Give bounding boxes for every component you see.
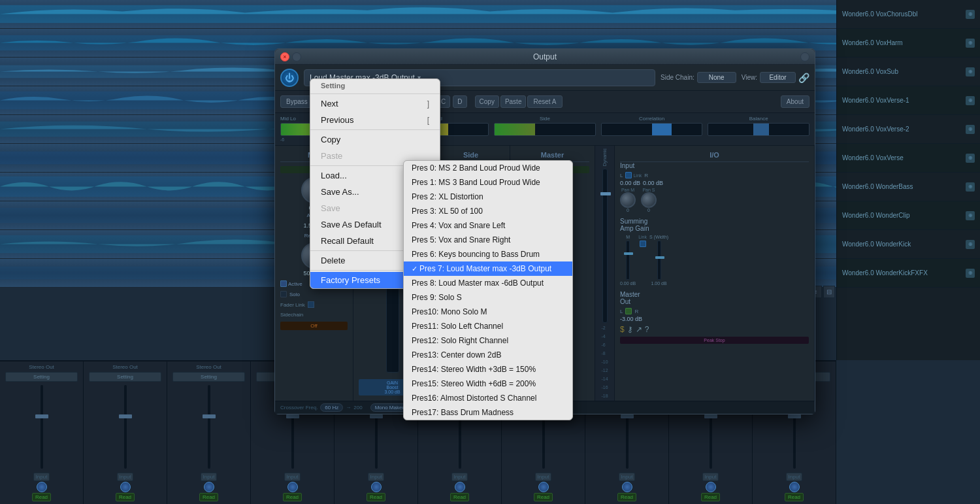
tab-icon-2[interactable]: ⊟ <box>823 286 835 298</box>
menu-item-previous[interactable]: Previous [ <box>310 112 440 128</box>
strip-setting-btn[interactable]: Setting <box>5 372 78 382</box>
solo-checkbox[interactable] <box>280 291 287 297</box>
active-toggle[interactable]: Active <box>280 280 302 287</box>
right-track-item[interactable]: Wonder6.0 VoxChorusDbl ⊕ <box>837 0 980 29</box>
window-close-button[interactable]: × <box>280 52 289 61</box>
submenu-item-7[interactable]: Pres 7: Loud Master max -3dB Output <box>404 261 572 276</box>
menu-item-copy[interactable]: Copy <box>310 131 440 148</box>
right-track-item[interactable]: Wonder6.0 WonderKickFXFX ⊕ <box>837 259 980 288</box>
menu-paste-label: Paste <box>321 151 342 161</box>
copy-button[interactable]: Copy <box>475 95 499 108</box>
strip-knob[interactable] <box>37 482 47 492</box>
io-link-checkbox[interactable] <box>625 172 632 178</box>
sidechain-value[interactable]: None <box>697 72 736 83</box>
submenu-item-12[interactable]: Pres12: Solo Right Channel <box>404 333 572 348</box>
menu-save-default-label: Save As Default <box>321 220 382 229</box>
strip-knob[interactable] <box>371 482 382 492</box>
strip-fader[interactable] <box>208 385 210 469</box>
submenu-item-0[interactable]: Pres 0: MS 2 Band Loud Proud Wide <box>404 161 572 175</box>
main-dynamic-fader[interactable] <box>602 169 608 323</box>
submenu-item-14[interactable]: Pres14: Stereo Width +3dB = 150% <box>404 362 572 377</box>
strip-fader[interactable] <box>124 385 127 469</box>
io-pan-s-value: 0 <box>641 208 657 212</box>
fader-link-checkbox[interactable] <box>308 301 314 308</box>
strip-fader[interactable] <box>41 385 43 469</box>
track-lane <box>0 0 980 29</box>
submenu-item-17[interactable]: Pres17: Bass Drum Madness <box>404 405 572 420</box>
strip-knob[interactable] <box>204 482 214 492</box>
bypass-button[interactable]: Bypass <box>280 95 314 108</box>
strip-fader-handle[interactable] <box>286 414 299 418</box>
strip-knob[interactable] <box>622 482 632 492</box>
track-fx-icon: ⊕ <box>966 240 975 249</box>
right-track-item[interactable]: Wonder6.0 WonderClip ⊕ <box>837 201 980 230</box>
right-track-item[interactable]: Wonder6.0 WonderKick ⊕ <box>837 230 980 259</box>
key-icon[interactable]: ⚷ <box>627 325 633 334</box>
strip-setting-btn[interactable]: Setting <box>89 372 161 382</box>
summing-m-fader[interactable] <box>626 241 630 280</box>
submenu-item-16[interactable]: Pres16: Almost Distorted S Channel <box>404 391 572 405</box>
summing-link-checkbox[interactable] <box>640 241 646 247</box>
submenu-item-1[interactable]: Pres 1: MS 3 Band Loud Proud Wide <box>404 175 572 190</box>
summing-s-fader[interactable] <box>657 241 661 280</box>
view-value[interactable]: Editor <box>760 72 796 83</box>
dollar-icon[interactable]: $ <box>620 325 625 334</box>
submenu-item-10[interactable]: Pres10: Mono Solo M <box>404 305 572 319</box>
submenu-item-6[interactable]: Pres 6: Keys bouncing to Bass Drum <box>404 247 572 261</box>
strip-fader-handle[interactable] <box>788 414 801 418</box>
submenu-item-5[interactable]: Pres 5: Vox and Snare Right <box>404 233 572 247</box>
right-track-item[interactable]: Wonder6.0 VoxHarm ⊕ <box>837 29 980 58</box>
strip-fader-handle[interactable] <box>370 414 383 418</box>
master-out-power[interactable] <box>625 308 632 314</box>
submenu-item-11[interactable]: Pres11: Solo Left Channel <box>404 319 572 333</box>
track-fx-icon: ⊕ <box>966 67 975 76</box>
strip-stereo-out: Stereo Out <box>196 364 221 370</box>
submenu-item-8[interactable]: Pres 8: Loud Master max -6dB Output <box>404 276 572 290</box>
summing-m-handle[interactable] <box>624 252 633 255</box>
power-button[interactable]: ⏻ <box>280 69 299 87</box>
strip-knob[interactable] <box>789 482 800 492</box>
active-checkbox[interactable] <box>280 280 287 287</box>
strip-fader-handle[interactable] <box>119 414 132 418</box>
submenu-item-4[interactable]: Pres 4: Vox and Snare Left <box>404 218 572 233</box>
strip-fader-handle[interactable] <box>35 414 48 418</box>
reset-button[interactable]: Reset A <box>527 95 562 108</box>
strip-fader-handle[interactable] <box>704 414 717 418</box>
question-icon[interactable]: ? <box>645 325 649 334</box>
io-pan-s-knob[interactable] <box>641 192 657 208</box>
right-track-item[interactable]: Wonder6.0 VoxSub ⊕ <box>837 58 980 86</box>
right-track-item[interactable]: Wonder6.0 VoxVerse-2 ⊕ <box>837 115 980 144</box>
track-fx-icon: ⊕ <box>966 211 975 220</box>
menu-item-next[interactable]: Next ] <box>310 95 440 112</box>
summing-s-handle[interactable] <box>655 256 664 259</box>
section-io: I/O Input L Link R 0.00 dB 0.00 dB <box>615 146 815 401</box>
dynamic-fader-handle[interactable] <box>600 192 611 195</box>
strip-read: Read <box>32 493 51 501</box>
strip-knob[interactable] <box>455 482 465 492</box>
submenu-item-2[interactable]: Pres 2: XL Distortion <box>404 190 572 204</box>
arrow-icon[interactable]: ↗ <box>636 325 642 334</box>
master-out-db: -3.00 dB <box>620 316 809 322</box>
submenu-item-3[interactable]: Pres 3: XL 50 of 100 <box>404 204 572 218</box>
right-track-item[interactable]: Wonder6.0 VoxVerse-1 ⊕ <box>837 86 980 115</box>
about-button[interactable]: About <box>781 95 809 108</box>
strip-knob[interactable] <box>120 482 131 492</box>
tab-d-button[interactable]: D <box>453 95 466 108</box>
strip-knob[interactable] <box>287 482 298 492</box>
strip-knob[interactable] <box>538 482 549 492</box>
io-pan-m-knob[interactable] <box>620 192 636 208</box>
strip-knob[interactable] <box>706 482 716 492</box>
strip-fader-handle[interactable] <box>621 414 634 418</box>
strip-fader-handle[interactable] <box>203 414 216 418</box>
submenu-item-9[interactable]: Pres 9: Solo S <box>404 290 572 305</box>
submenu-item-15[interactable]: Pres15: Stereo Width +6dB = 200% <box>404 377 572 391</box>
window-maximize-button[interactable] <box>800 52 809 61</box>
track-name: Wonder6.0 VoxVerse-1 <box>842 97 962 104</box>
paste-button[interactable]: Paste <box>500 95 527 108</box>
submenu-item-13[interactable]: Pres13: Center down 2dB <box>404 348 572 362</box>
off-badge: Off <box>280 322 348 330</box>
strip-setting-btn[interactable]: Setting <box>172 372 245 382</box>
right-track-item[interactable]: Wonder6.0 VoxVerse ⊕ <box>837 144 980 173</box>
window-minimize-button[interactable] <box>292 52 301 61</box>
right-track-item[interactable]: Wonder6.0 WonderBass ⊕ <box>837 173 980 201</box>
